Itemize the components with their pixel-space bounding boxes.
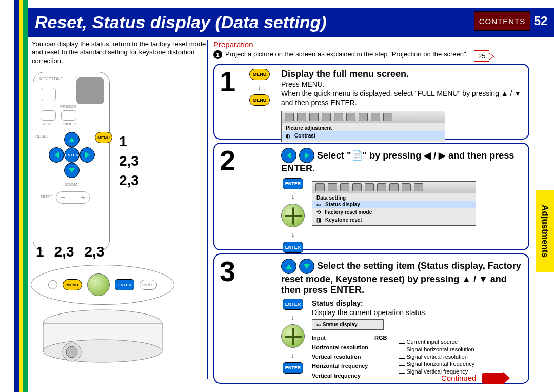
panel-joystick xyxy=(87,273,110,296)
right-arrow-button-icon xyxy=(299,148,314,163)
preparation-heading: Preparation xyxy=(213,40,253,49)
section-tab-adjustments[interactable]: Adjustments xyxy=(536,190,554,272)
down-arrow-button-icon xyxy=(299,259,314,274)
remote-enter-button: ENTER xyxy=(64,147,80,163)
panel-menu-button: MENU xyxy=(63,279,82,290)
step-1-number: 1 xyxy=(220,65,235,98)
down-arrow-icon: ↓ xyxy=(258,83,262,91)
panel-input-button: INPUT xyxy=(140,280,157,290)
osd-menu-bar xyxy=(281,111,445,123)
remote-menu-button: MENU xyxy=(95,132,112,143)
step-1-box: 1 MENU ↓ MENU Display the full menu scre… xyxy=(213,64,529,140)
osd-menu-bar xyxy=(312,181,476,193)
remote-callout-23a: 2,3 xyxy=(119,153,139,169)
projector-illustration xyxy=(41,308,164,364)
remote-callout-1: 1 xyxy=(119,133,139,150)
remote-video-label: VIDEO xyxy=(63,122,76,126)
remote-reset-label: RESET xyxy=(35,134,49,139)
step-1-title: Display the full menu screen. xyxy=(281,69,523,80)
remote-zoom-label: ZOOM xyxy=(65,182,77,187)
step-3-number: 3 xyxy=(220,254,235,288)
step-3-box: 3 Select the setting item (Status displa… xyxy=(213,253,529,384)
continued-arrow-icon[interactable] xyxy=(482,373,503,384)
joystick-icon xyxy=(281,204,305,227)
step-2-number: 2 xyxy=(220,144,235,177)
panel-callouts: 1 2,3 2,3 xyxy=(36,244,104,260)
preparation-text: Project a picture on the screen as expla… xyxy=(225,50,468,58)
remote-keystone-label: KEY STONE xyxy=(39,76,63,81)
preparation-body: 1 Project a picture on the screen as exp… xyxy=(213,50,529,62)
step-1-line2: When the quick menu is displayed, select… xyxy=(281,89,523,107)
down-arrow-icon: ↓ xyxy=(291,313,295,321)
status-display-heading: Status display: xyxy=(312,299,363,307)
enter-chip-icon: ENTER xyxy=(283,178,303,189)
page-ref-link[interactable]: 25 xyxy=(474,50,489,62)
remote-dpad: ENTER xyxy=(49,132,95,178)
osd-submenu: Data setting ▭ Status display ⟲ Factory … xyxy=(312,193,476,226)
remote-mute-label: MUTE xyxy=(41,194,52,199)
projector-control-panel: MENU ENTER INPUT xyxy=(31,265,174,305)
intro-text: You can display the status, return to th… xyxy=(32,40,206,65)
panel-enter-button: ENTER xyxy=(115,279,134,290)
continued-label: Continued xyxy=(441,374,476,382)
joystick-icon xyxy=(281,324,305,348)
menu-chip-icon: MENU xyxy=(249,94,270,106)
left-arrow-button-icon xyxy=(281,148,296,163)
osd-submenu: Picture adjustment ◐ Contrast xyxy=(281,123,445,142)
remote-rgb-label: RGB xyxy=(43,122,51,126)
step-2-title: Select "📄" by pressing ◀ / ▶ and then pr… xyxy=(281,148,523,174)
svg-point-4 xyxy=(66,346,77,358)
step-3-title: Select the setting item (Status display,… xyxy=(281,259,523,296)
enter-chip-icon: ENTER xyxy=(283,242,303,253)
enter-chip-icon: ENTER xyxy=(283,299,303,310)
contents-button[interactable]: CONTENTS xyxy=(474,11,530,31)
center-divider xyxy=(207,40,208,379)
status-display-desc: Display the current operation status. xyxy=(312,308,481,317)
svg-point-2 xyxy=(43,340,162,362)
left-color-strip xyxy=(14,0,28,392)
step-1-line1: Press MENU. xyxy=(281,80,523,89)
remote-callout-23b: 2,3 xyxy=(119,172,139,189)
remote-freeze-label: FREEZE xyxy=(60,104,76,109)
menu-chip-icon: MENU xyxy=(249,69,270,80)
enter-chip-icon: ENTER xyxy=(283,362,303,374)
bullet-1-icon: 1 xyxy=(213,50,222,59)
down-arrow-icon: ↓ xyxy=(291,192,295,201)
up-arrow-button-icon xyxy=(281,259,296,274)
status-panel-title: ▭ Status display xyxy=(312,319,384,330)
step-2-box: 2 Select "📄" by pressing ◀ / ▶ and then … xyxy=(213,143,529,250)
down-arrow-icon: ↓ xyxy=(291,230,295,239)
down-arrow-icon: ↓ xyxy=(291,351,295,359)
page-number: 52 xyxy=(530,11,551,31)
